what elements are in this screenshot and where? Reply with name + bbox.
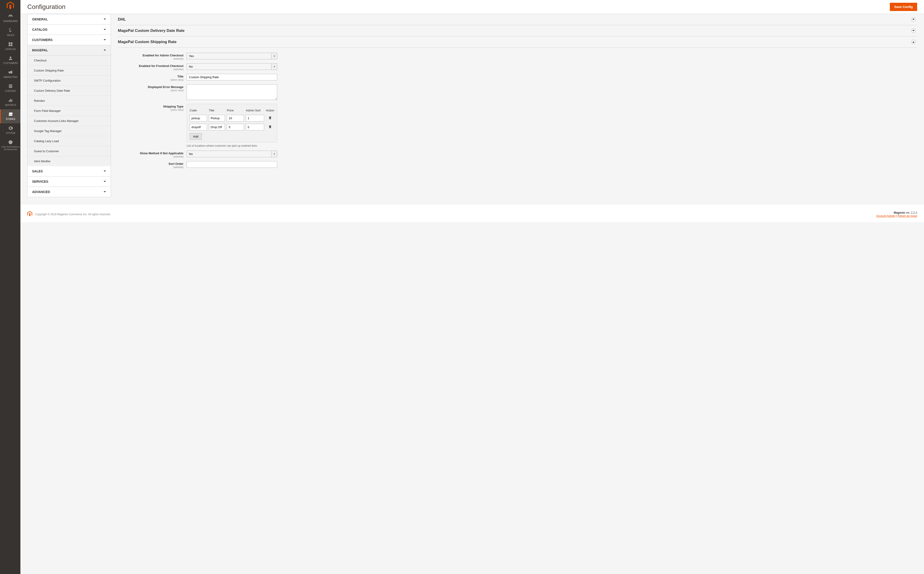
config-main: DHL MagePal Custom Delivery Date Rate Ma… xyxy=(118,14,917,197)
nav-marketing[interactable]: Marketing xyxy=(0,68,20,81)
chevron-up-icon xyxy=(103,48,106,52)
nav-stores[interactable]: Stores xyxy=(0,109,20,123)
table-row xyxy=(189,124,275,131)
label-error-message: Displayed Error Message[store view] xyxy=(118,84,187,92)
th-title: Title xyxy=(208,109,226,112)
nav-group-magepal[interactable]: MagePal xyxy=(27,45,111,55)
label-show-if-na: Show Method if Not Applicable[website] xyxy=(118,151,187,158)
nav-sales[interactable]: Sales xyxy=(0,25,20,39)
config-nav: General Catalog Customers MagePal Checko… xyxy=(27,14,111,197)
nav-group-services[interactable]: Services xyxy=(27,177,111,187)
chevron-down-icon xyxy=(103,180,106,183)
section-magepal-delivery-date[interactable]: MagePal Custom Delivery Date Rate xyxy=(118,25,917,36)
subnav-html-minifier[interactable]: Html Minifier xyxy=(27,156,111,166)
chevron-down-icon xyxy=(103,17,106,21)
megaphone-icon xyxy=(8,70,13,75)
label-shipping-type: Shipping Type[store view] xyxy=(118,104,187,111)
chevron-down-icon xyxy=(103,38,106,42)
admin-sidebar: Dashboard Sales Catalog Customers Market… xyxy=(0,0,20,222)
subnav-form-field-manager[interactable]: Form Field Manager xyxy=(27,106,111,116)
store-icon xyxy=(8,112,13,117)
person-icon xyxy=(8,56,13,61)
subnav-reindex[interactable]: Reindex xyxy=(27,96,111,106)
chevron-down-icon xyxy=(103,169,106,173)
th-action: Action xyxy=(265,109,275,112)
input-sort[interactable] xyxy=(246,124,264,131)
subnav-custom-shipping-rate[interactable]: Custom Shipping Rate xyxy=(27,66,111,76)
select-enabled-admin[interactable]: Yes xyxy=(187,53,277,59)
nav-find-partners[interactable]: Find Partners & Extensions xyxy=(0,137,20,154)
trash-icon xyxy=(268,125,272,129)
nav-group-customers[interactable]: Customers xyxy=(27,35,111,45)
page-header: Configuration Save Config xyxy=(20,0,924,14)
grid-icon xyxy=(8,42,13,47)
gauge-icon xyxy=(8,14,13,19)
nav-system[interactable]: System xyxy=(0,123,20,137)
chevron-down-icon xyxy=(103,28,106,32)
page-footer: Copyright © 2018 Magento Commerce Inc. A… xyxy=(20,204,924,222)
input-title[interactable] xyxy=(209,124,225,131)
select-enabled-frontend[interactable]: No xyxy=(187,63,277,70)
input-code[interactable] xyxy=(189,124,207,131)
trash-icon xyxy=(268,116,272,120)
magento-logo[interactable] xyxy=(0,0,20,11)
select-show-if-na[interactable]: No xyxy=(187,151,277,157)
subnav-customer-account-links[interactable]: Customer Account Links Manager xyxy=(27,116,111,126)
input-title[interactable] xyxy=(187,74,277,80)
nav-group-general[interactable]: General xyxy=(27,14,111,25)
label-sort-order: Sort Order[website] xyxy=(118,161,187,169)
label-enabled-frontend: Enabled for Frontend Checkout[website] xyxy=(118,63,187,71)
expand-icon xyxy=(911,28,916,33)
subnav-catalog-lazy-load[interactable]: Catalog Lazy Load xyxy=(27,136,111,146)
subnav-guest-to-customer[interactable]: Guest to Customer xyxy=(27,146,111,156)
gear-icon xyxy=(8,126,13,131)
magento-logo-icon xyxy=(27,211,32,217)
subnav-custom-delivery-date-rate[interactable]: Custom Delivery Date Rate xyxy=(27,86,111,96)
chevron-down-icon xyxy=(103,190,106,194)
copyright-text: Copyright © 2018 Magento Commerce Inc. A… xyxy=(35,213,111,216)
subnav-google-tag-manager[interactable]: Google Tag Manager xyxy=(27,126,111,136)
th-price: Price xyxy=(226,109,245,112)
dollar-icon xyxy=(8,28,13,33)
nav-customers[interactable]: Customers xyxy=(0,54,20,68)
version-text: Magento ver. 2.2.2 xyxy=(876,211,917,214)
input-price[interactable] xyxy=(227,124,244,131)
save-config-button[interactable]: Save Config xyxy=(890,3,917,11)
page-title: Configuration xyxy=(27,3,66,11)
nav-dashboard[interactable]: Dashboard xyxy=(0,11,20,25)
th-sort: Admin Sort xyxy=(245,109,265,112)
input-price[interactable] xyxy=(227,115,244,121)
layers-icon xyxy=(8,84,13,89)
section-dhl[interactable]: DHL xyxy=(118,14,917,25)
th-code: Code xyxy=(189,109,208,112)
table-row xyxy=(189,115,275,121)
delete-row-button[interactable] xyxy=(267,115,273,121)
delete-row-button[interactable] xyxy=(267,124,273,130)
partners-icon xyxy=(8,140,13,145)
nav-catalog[interactable]: Catalog xyxy=(0,39,20,54)
input-code[interactable] xyxy=(189,115,207,121)
label-enabled-admin: Enabled for Admin Checkout[website] xyxy=(118,53,187,60)
shipping-type-table: Code Title Price Admin Sort Action Add xyxy=(187,104,277,142)
subnav-checkout[interactable]: Checkout xyxy=(27,55,111,66)
textarea-error-message[interactable] xyxy=(187,84,277,100)
hint-shipping-type: List of locations where customer can pic… xyxy=(187,144,277,147)
add-row-button[interactable]: Add xyxy=(189,133,202,140)
section-magepal-shipping-rate[interactable]: MagePal Custom Shipping Rate xyxy=(118,36,917,48)
expand-icon xyxy=(911,17,916,22)
report-issue-link[interactable]: Report an Issue xyxy=(898,214,917,218)
nav-group-catalog[interactable]: Catalog xyxy=(27,25,111,35)
collapse-icon xyxy=(911,39,916,44)
label-title: Title[store view] xyxy=(118,74,187,81)
nav-group-sales[interactable]: Sales xyxy=(27,166,111,177)
input-sort[interactable] xyxy=(246,115,264,121)
bars-icon xyxy=(8,98,13,103)
subnav-smtp-configuration[interactable]: SMTP Configuration xyxy=(27,76,111,86)
account-activity-link[interactable]: Account Activity xyxy=(876,214,896,218)
nav-content[interactable]: Content xyxy=(0,81,20,95)
nav-group-advanced[interactable]: Advanced xyxy=(27,187,111,197)
input-sort-order[interactable] xyxy=(187,161,277,168)
nav-reports[interactable]: Reports xyxy=(0,95,20,109)
input-title[interactable] xyxy=(209,115,225,121)
